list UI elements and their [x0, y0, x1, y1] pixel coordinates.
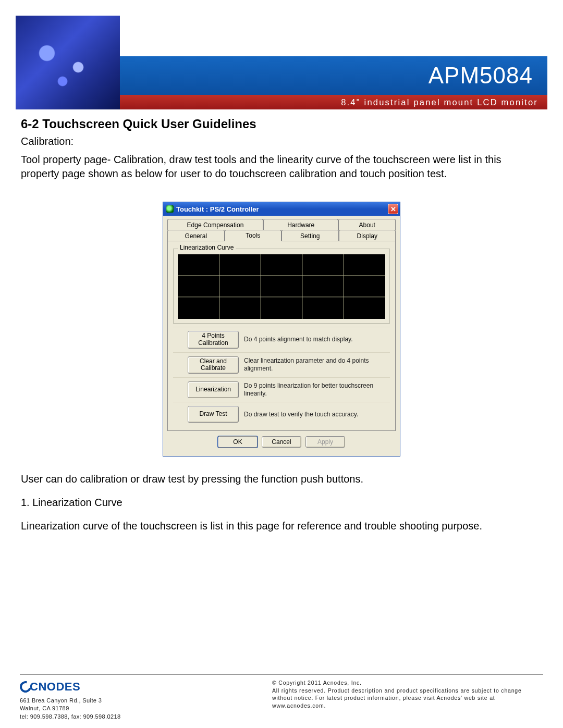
intro-paragraph: Tool property page- Calibration, draw te… [21, 153, 542, 181]
linearization-desc: Do 9 points linearization for better tou… [244, 382, 388, 398]
section-heading: 6-2 Touchscreen Quick User Guidelines [21, 117, 542, 131]
after-paragraph-1: User can do calibration or draw test by … [21, 472, 542, 486]
action-row-4points: 4 Points Calibration Do 4 points alignme… [173, 327, 390, 352]
linearization-curve-grid [178, 254, 385, 319]
clear-and-calibrate-button[interactable]: Clear and Calibrate [188, 356, 239, 374]
four-points-desc: Do 4 points alignment to match display. [244, 336, 388, 343]
tab-row-front: General Tools Setting Display [167, 230, 396, 241]
tab-hardware[interactable]: Hardware [263, 219, 339, 230]
app-icon [166, 205, 174, 213]
action-row-linearization: Linearization Do 9 points linearization … [173, 377, 390, 402]
clear-desc: Clear linearization parameter and do 4 p… [244, 357, 388, 373]
subtitle-band: 8.4" industrial panel mount LCD monitor [120, 95, 547, 109]
ok-button[interactable]: OK [218, 436, 258, 448]
subtitle-text: 8.4" industrial panel mount LCD monitor [341, 97, 538, 107]
tab-about[interactable]: About [338, 219, 396, 230]
footer-address-2: Walnut, CA 91789 [20, 705, 121, 712]
section-subheading: Calibration: [21, 135, 542, 147]
tab-general[interactable]: General [167, 230, 225, 241]
dialog-screenshot: Touchkit : PS/2 Controller ✕ Edge Compen… [21, 202, 542, 456]
dialog-titlebar: Touchkit : PS/2 Controller ✕ [163, 202, 400, 216]
footer-contact: tel: 909.598.7388, fax: 909.598.0218 [20, 713, 121, 721]
model-band: APM5084 [120, 56, 547, 95]
draw-test-desc: Do draw test to verify the touch accurac… [244, 411, 388, 418]
dialog-button-bar: OK Cancel Apply [167, 431, 396, 454]
subsection-title: 1. Linearization Curve [21, 496, 542, 510]
page-footer: CNODES 661 Brea Canyon Rd., Suite 3 Waln… [20, 674, 543, 721]
draw-test-button[interactable]: Draw Test [188, 406, 239, 423]
linearization-button[interactable]: Linearization [188, 381, 239, 398]
model-number: APM5084 [429, 63, 533, 89]
header-band: APM5084 8.4" industrial panel mount LCD … [120, 16, 547, 109]
action-row-clear: Clear and Calibrate Clear linearization … [173, 352, 390, 378]
tab-edge-compensation[interactable]: Edge Compensation [167, 219, 263, 230]
header-circuit-image [16, 16, 120, 109]
tabs-area: Edge Compensation Hardware About General… [163, 216, 400, 456]
linearization-curve-group: Linearization Curve [173, 249, 390, 324]
four-points-calibration-button[interactable]: 4 Points Calibration [188, 331, 239, 349]
page-header: APM5084 8.4" industrial panel mount LCD … [16, 16, 547, 109]
after-paragraph-2: Linearization curve of the touchscreen i… [21, 519, 542, 533]
logo-text: CNODES [30, 679, 80, 695]
cancel-button[interactable]: Cancel [262, 436, 301, 448]
close-icon[interactable]: ✕ [388, 204, 398, 214]
group-label: Linearization Curve [178, 244, 236, 251]
page-content: 6-2 Touchscreen Quick User Guidelines Ca… [0, 109, 563, 533]
acnodes-logo: CNODES [20, 679, 121, 695]
tab-content-tools: Linearization Curve 4 Points Calibration… [167, 241, 396, 431]
footer-address-1: 661 Brea Canyon Rd., Suite 3 [20, 697, 121, 705]
footer-left: CNODES 661 Brea Canyon Rd., Suite 3 Waln… [20, 679, 121, 721]
tab-tools[interactable]: Tools [225, 230, 282, 241]
action-row-drawtest: Draw Test Do draw test to verify the tou… [173, 402, 390, 426]
dialog-title: Touchkit : PS/2 Controller [176, 205, 388, 213]
tab-row-back: Edge Compensation Hardware About [167, 219, 396, 230]
tab-display[interactable]: Display [339, 230, 396, 241]
tab-setting[interactable]: Setting [282, 230, 339, 241]
footer-legal: © Copyright 2011 Acnodes, Inc. All right… [272, 679, 543, 721]
apply-button[interactable]: Apply [305, 436, 345, 448]
touchkit-dialog: Touchkit : PS/2 Controller ✕ Edge Compen… [163, 202, 400, 456]
